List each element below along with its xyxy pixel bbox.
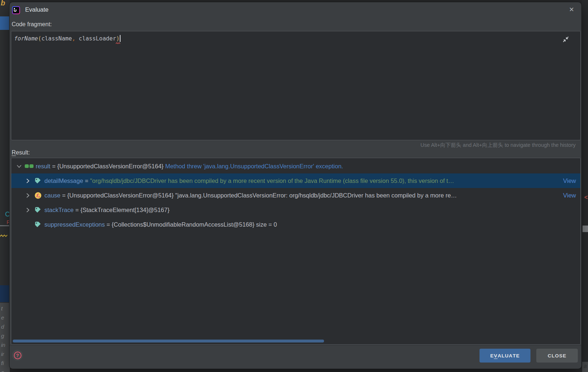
- background-code-text: e: [1, 314, 4, 321]
- background-popup-panel: [0, 303, 10, 372]
- code-token: classLoader: [75, 35, 116, 42]
- code-fragment-editor[interactable]: forName(className, classLoader): [11, 31, 581, 140]
- help-button[interactable]: ?: [12, 350, 23, 361]
- background-popup-panel: [582, 362, 588, 372]
- tag-icon: [33, 177, 42, 184]
- tree-row-text: stackTrace = {StackTraceElement[134]@516…: [44, 207, 576, 214]
- history-hint: Use Alt+向下箭头 and Alt+向上箭头 to navigate th…: [421, 142, 576, 149]
- tree-row-stackTrace[interactable]: stackTrace = {StackTraceElement[134]@516…: [11, 203, 580, 217]
- watches-result-icon: [25, 162, 33, 170]
- view-link[interactable]: View: [563, 177, 576, 184]
- tree-row-text: detailMessage = "org/hsqldb/jdbc/JDBCDri…: [44, 177, 560, 184]
- collapse-editor-icon[interactable]: [562, 36, 569, 43]
- function-exception-icon: fx: [33, 192, 42, 199]
- code-token: ,: [72, 35, 75, 42]
- background-highlight-line: [0, 285, 10, 302]
- background-editor-right: < a: [582, 0, 588, 372]
- tree-row-cause[interactable]: fxcause = {UnsupportedClassVersionError@…: [11, 188, 580, 203]
- background-selected-line: [0, 16, 10, 30]
- result-tree-panel[interactable]: result = {UnsupportedClassVersionError@5…: [11, 158, 581, 345]
- tag-icon: [33, 221, 42, 228]
- chevron-right-icon[interactable]: [25, 178, 31, 184]
- expander-spacer: [25, 222, 31, 228]
- result-label: Result:: [12, 149, 30, 156]
- help-icon: ?: [14, 352, 21, 359]
- code-fragment-label: Code fragment:: [12, 21, 52, 28]
- svg-text:x: x: [38, 195, 40, 198]
- tag-icon: [33, 206, 42, 214]
- background-scrollbar-fragment: [583, 226, 588, 232]
- tree-row-text: cause = {UnsupportedClassVersionError@51…: [44, 192, 560, 199]
- view-link[interactable]: View: [563, 192, 576, 199]
- background-code-text: b: [1, 0, 5, 7]
- background-code-text: d: [1, 324, 4, 330]
- error-squiggle: [116, 42, 120, 44]
- code-token: ): [116, 35, 119, 42]
- dialog-titlebar[interactable]: Evaluate ✕: [9, 2, 581, 18]
- background-code-text: t: [1, 305, 3, 312]
- code-token: forName: [14, 35, 38, 42]
- background-code-text: a: [584, 363, 587, 369]
- intellij-logo-icon: [12, 6, 20, 14]
- chevron-down-icon[interactable]: [16, 163, 22, 169]
- code-line[interactable]: forName(className, classLoader): [11, 31, 580, 46]
- background-code-text: a: [1, 369, 4, 372]
- background-divider: [0, 225, 10, 226]
- background-code-text: g: [1, 333, 4, 339]
- evaluate-button[interactable]: EVALUATE: [480, 349, 530, 363]
- close-button[interactable]: CLOSE: [536, 349, 578, 363]
- code-token: className: [42, 35, 72, 42]
- dialog-title: Evaluate: [25, 6, 48, 13]
- background-code-text: fi: [1, 360, 4, 366]
- tree-row-result[interactable]: result = {UnsupportedClassVersionError@5…: [11, 159, 580, 173]
- evaluate-dialog: Evaluate ✕ Code fragment: forName(classN…: [9, 2, 582, 369]
- background-code-text: ir: [1, 351, 4, 357]
- background-warning-squiggle: [0, 234, 8, 238]
- chevron-right-icon[interactable]: [25, 207, 31, 213]
- tree-row-text: suppressedExceptions = {Collections$Unmo…: [44, 221, 576, 228]
- chevron-right-icon[interactable]: [25, 192, 31, 199]
- result-tree: result = {UnsupportedClassVersionError@5…: [11, 159, 580, 232]
- tree-row-suppressedExceptions[interactable]: suppressedExceptions = {Collections$Unmo…: [11, 217, 580, 232]
- background-editor-left: b C F tedginirfia: [0, 0, 10, 372]
- code-token: (: [38, 35, 41, 42]
- evaluate-dialog-screen: b C F tedginirfia < a Evaluate ✕ Code fr…: [0, 0, 588, 372]
- horizontal-scrollbar[interactable]: [13, 340, 324, 342]
- tree-row-text: result = {UnsupportedClassVersionError@5…: [36, 163, 576, 170]
- close-icon[interactable]: ✕: [569, 5, 574, 14]
- text-caret: [120, 35, 121, 42]
- dialog-footer: ? EVALUATE CLOSE: [9, 345, 581, 369]
- tree-row-detailMessage[interactable]: detailMessage = "org/hsqldb/jdbc/JDBCDri…: [11, 173, 580, 188]
- background-code-text: <: [584, 194, 588, 201]
- background-code-text: in: [1, 342, 5, 348]
